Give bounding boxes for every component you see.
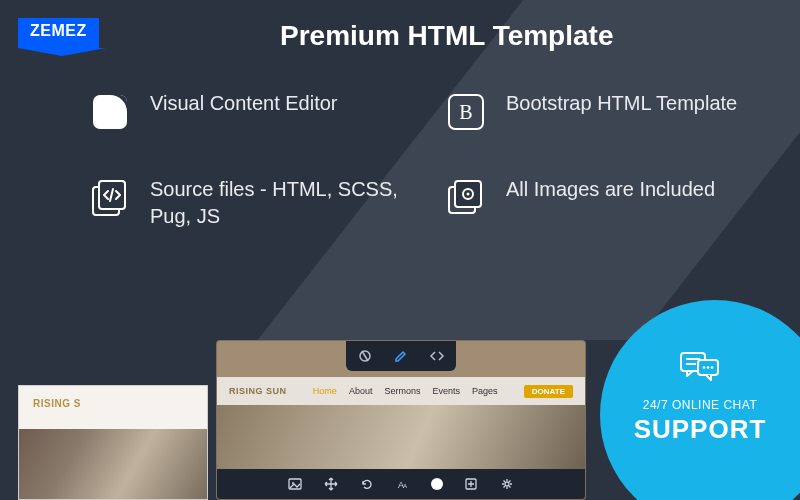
support-line1: 24/7 ONLINE CHAT <box>643 398 757 412</box>
template-hero-image <box>217 405 585 469</box>
svg-point-24 <box>711 366 714 369</box>
tool-settings-icon[interactable] <box>499 476 515 492</box>
nav-item[interactable]: Events <box>432 386 460 396</box>
source-files-icon <box>88 176 132 220</box>
template-thumbnail-left: RISING S <box>18 385 208 500</box>
thumbnail-hero-image <box>19 429 207 499</box>
tool-image-icon[interactable] <box>287 476 303 492</box>
svg-rect-0 <box>93 95 127 129</box>
svg-line-11 <box>362 351 368 361</box>
svg-point-22 <box>703 366 706 369</box>
images-icon <box>444 176 488 220</box>
tool-active-dot[interactable] <box>431 478 443 490</box>
editor-toolbar: AA <box>217 469 585 499</box>
chat-icon <box>678 348 722 390</box>
page-title: Premium HTML Template <box>280 20 613 52</box>
nav-item[interactable]: Pages <box>472 386 498 396</box>
tool-move-icon[interactable] <box>323 476 339 492</box>
editor-mode-tabs <box>346 341 456 371</box>
svg-text:A: A <box>403 483 407 489</box>
feature-visual-editor: Visual Content Editor <box>88 90 404 134</box>
support-line2: SUPPORT <box>634 414 767 445</box>
tool-text-icon[interactable]: AA <box>395 476 411 492</box>
feature-label: Visual Content Editor <box>150 90 338 117</box>
svg-point-9 <box>467 193 470 196</box>
svg-point-23 <box>707 366 710 369</box>
svg-text:B: B <box>459 101 472 123</box>
brand-logo-badge: ZEMEZ <box>18 18 99 48</box>
template-header: RISING SUN Home About Sermons Events Pag… <box>217 377 585 405</box>
thumbnail-brand: RISING S <box>33 398 81 409</box>
donate-button[interactable]: DONATE <box>524 385 573 398</box>
mode-edit-icon[interactable] <box>392 347 410 365</box>
tool-add-icon[interactable] <box>463 476 479 492</box>
svg-point-17 <box>505 482 509 486</box>
content-editor-icon <box>88 90 132 134</box>
template-brand: RISING SUN <box>229 386 287 396</box>
tool-refresh-icon[interactable] <box>359 476 375 492</box>
nav-item[interactable]: Home <box>313 386 337 396</box>
mode-preview-icon[interactable] <box>356 347 374 365</box>
editor-preview: RISING SUN Home About Sermons Events Pag… <box>216 340 586 500</box>
feature-source-files: Source files - HTML, SCSS, Pug, JS <box>88 176 404 230</box>
feature-label: Source files - HTML, SCSS, Pug, JS <box>150 176 404 230</box>
feature-grid: Visual Content Editor B Bootstrap HTML T… <box>88 90 760 230</box>
feature-bootstrap: B Bootstrap HTML Template <box>444 90 760 134</box>
feature-images-included: All Images are Included <box>444 176 760 230</box>
feature-label: All Images are Included <box>506 176 715 203</box>
template-nav: Home About Sermons Events Pages <box>313 386 498 396</box>
feature-label: Bootstrap HTML Template <box>506 90 737 117</box>
nav-item[interactable]: Sermons <box>384 386 420 396</box>
bootstrap-icon: B <box>444 90 488 134</box>
mode-code-icon[interactable] <box>428 347 446 365</box>
nav-item[interactable]: About <box>349 386 373 396</box>
